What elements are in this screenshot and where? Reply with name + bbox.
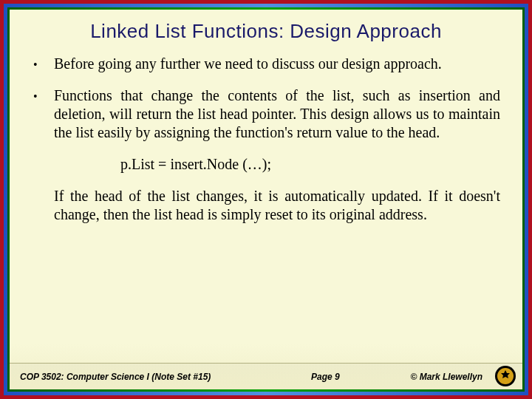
slide-content: • Before going any further we need to di… — [10, 49, 522, 363]
slide-border-mid-blue: Linked List Functions: Design Approach •… — [4, 4, 528, 395]
bullet-text: Functions that change the contents of th… — [54, 86, 500, 142]
explanation-text: If the head of the list changes, it is a… — [54, 187, 500, 224]
bullet-item: • Before going any further we need to di… — [32, 55, 500, 73]
footer-course: COP 3502: Computer Science I (Note Set #… — [20, 372, 211, 382]
slide-border-outer: Linked List Functions: Design Approach •… — [0, 0, 532, 399]
code-example: p.List = insert.Node (…); — [120, 155, 500, 174]
footer-page: Page 9 — [211, 372, 410, 382]
slide-footer: COP 3502: Computer Science I (Note Set #… — [10, 363, 522, 389]
slide-title: Linked List Functions: Design Approach — [10, 10, 522, 49]
footer-author: © Mark Llewellyn — [410, 372, 482, 382]
bullet-item: • Functions that change the contents of … — [32, 86, 500, 142]
bullet-marker: • — [32, 86, 54, 142]
bullet-text: Before going any further we need to disc… — [54, 55, 500, 73]
slide-body: Linked List Functions: Design Approach •… — [10, 10, 522, 389]
ucf-logo-icon — [494, 365, 516, 387]
bullet-marker: • — [32, 55, 54, 73]
slide-border-mid-green: Linked List Functions: Design Approach •… — [7, 7, 525, 392]
